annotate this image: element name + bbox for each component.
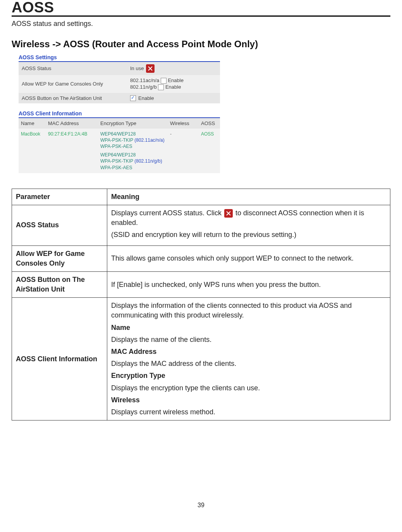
enc-a-line3: WPA-PSK-AES (100, 143, 165, 149)
aoss-status-value: In use (130, 65, 144, 71)
aoss-status-value-cell: In use (127, 62, 220, 75)
section-title: Wireless -> AOSS (Router and Access Poin… (12, 39, 390, 50)
param-allow-wep: Allow WEP for Game Consoles Only (12, 245, 107, 271)
meaning-aci-enc-label: Encryption Type (111, 371, 386, 381)
aoss-settings-heading: AOSS Settings (19, 54, 220, 62)
meaning-aoss-status-line1: Displays current AOSS status. Click to d… (111, 208, 386, 228)
aoss-disconnect-icon-inline (224, 209, 233, 218)
enc-a-line2: WPA-PSK-TKIP (100, 137, 133, 143)
wep-ngb-checkbox[interactable] (158, 84, 164, 90)
meaning-aci-name-label: Name (111, 323, 386, 333)
client-name: MacBook (19, 129, 46, 173)
meaning-text-before-icon: Displays current AOSS status. Click (111, 209, 223, 217)
client-wireless: - (168, 129, 199, 173)
enc-b-line3: WPA-PSK-AES (100, 165, 165, 171)
meaning-allow-wep: This allows game consoles which only sup… (107, 245, 390, 271)
client-th-enc: Encryption Type (98, 118, 168, 129)
parameter-meaning-table: Parameter Meaning AOSS Status Displays c… (12, 189, 390, 420)
client-table-header: Name MAC Address Encryption Type Wireles… (19, 118, 220, 129)
allow-wep-label: Allow WEP for Game Consoles Only (19, 75, 127, 93)
client-th-mac: MAC Address (46, 118, 98, 129)
meaning-aci-name-text: Displays the name of the clients. (111, 335, 386, 345)
client-th-aoss: AOSS (199, 118, 220, 129)
meaning-aci-mac-text: Displays the MAC address of the clients. (111, 359, 386, 369)
client-enc: WEP64/WEP128 WPA-PSK-TKIP (802.11ac/n/a)… (98, 129, 168, 173)
enc-b-line1: WEP64/WEP128 (100, 152, 165, 158)
aoss-button-label: AOSS Button on The AirStation Unit (19, 93, 127, 103)
param-aoss-client-info: AOSS Client Information (12, 298, 107, 420)
table-row: AOSS Button on The AirStation Unit If [E… (12, 271, 390, 297)
router-screenshot: AOSS Settings AOSS Status In use Allow W… (19, 54, 220, 173)
table-row: Allow WEP for Game Consoles Only This al… (12, 245, 390, 271)
aoss-button-value-cell: Enable (127, 93, 220, 103)
meaning-aoss-button: If [Enable] is unchecked, only WPS runs … (107, 271, 390, 297)
th-meaning: Meaning (107, 189, 390, 205)
meaning-aci-mac-label: MAC Address (111, 347, 386, 357)
aoss-status-label: AOSS Status (19, 62, 127, 75)
aoss-disconnect-icon[interactable] (146, 64, 155, 73)
meaning-aci-wireless-label: Wireless (111, 395, 386, 405)
client-th-name: Name (19, 118, 46, 129)
page-title: AOSS (12, 0, 390, 17)
table-row: AOSS Status Displays current AOSS status… (12, 205, 390, 245)
meaning-aci-intro: Displays the information of the clients … (111, 301, 386, 320)
enc-b-paren: (802.11n/g/b) (134, 158, 162, 164)
meaning-aoss-status-line2: (SSID and encryption key will return to … (111, 230, 386, 240)
meaning-aci-wireless-text: Displays current wireless method. (111, 407, 386, 417)
param-aoss-status: AOSS Status (12, 205, 107, 245)
enc-b-line2: WPA-PSK-TKIP (100, 158, 133, 164)
client-table-row: MacBook 90:27:E4:F1:2A:4B WEP64/WEP128 W… (19, 129, 220, 173)
th-parameter: Parameter (12, 189, 107, 205)
client-aoss: AOSS (199, 129, 220, 173)
aoss-client-heading: AOSS Client Information (19, 110, 220, 118)
client-mac: 90:27:E4:F1:2A:4B (46, 129, 98, 173)
aoss-button-enable-text: Enable (138, 95, 154, 101)
wep-ngb-enable-text: Enable (165, 84, 181, 90)
wep-line-ngb: 802.11n/g/b (130, 84, 157, 90)
enc-a-line1: WEP64/WEP128 (100, 131, 165, 137)
meaning-aci-enc-text: Displays the encryption type the clients… (111, 383, 386, 393)
page-number: 39 (12, 502, 390, 509)
allow-wep-value-cell: 802.11ac/n/a Enable 802.11n/g/b Enable (127, 75, 220, 93)
wep-line-acna: 802.11ac/n/a (130, 77, 159, 83)
param-aoss-button: AOSS Button on The AirStation Unit (12, 271, 107, 297)
page-subtitle: AOSS status and settings. (12, 20, 390, 28)
table-row: AOSS Client Information Displays the inf… (12, 298, 390, 420)
client-th-wireless: Wireless (168, 118, 199, 129)
wep-acna-checkbox[interactable] (161, 78, 167, 84)
wep-acna-enable-text: Enable (168, 77, 183, 83)
aoss-button-checkbox[interactable] (130, 95, 136, 101)
enc-a-paren: (802.11ac/n/a) (134, 137, 164, 143)
